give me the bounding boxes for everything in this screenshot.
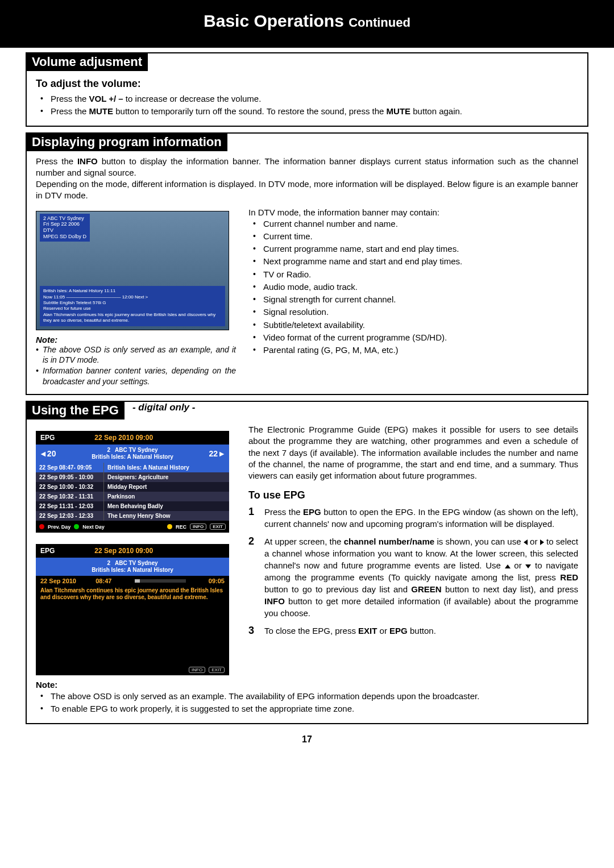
chevron-right-icon[interactable]: ► [218,449,226,458]
exit-button[interactable]: EXIT [210,524,226,530]
volume-subtitle: To adjust the volume: [36,78,578,90]
info-item: Video format of the current programme (S… [253,332,578,343]
epg2-date: 22 Sep 2010 09:00 [94,547,153,555]
volume-item-2: Press the MUTE button to temporarily tur… [40,106,578,117]
section-epg: Using the EPG - digital only - EPG 22 Se… [26,401,588,724]
header-sub: Continued [349,15,410,30]
chevron-left-icon[interactable]: ◄ [39,449,47,458]
info-list-intro: In DTV mode, the information banner may … [248,207,578,217]
info-item: Subtitle/teletext availability. [253,319,578,331]
epg-title: Using the EPG [26,401,125,420]
tv-info-banner-screenshot: 2 ABC TV Sydney Fri Sep 22 2006 DTV MPEG… [36,211,229,330]
info-button[interactable]: INFO [189,667,205,673]
info-item: Current channel number and name. [253,218,578,230]
epg-row[interactable]: 22 Sep 08:47- 09:05British Isles: A Natu… [36,463,229,472]
page-number: 17 [0,734,614,745]
info-item: Audio mode, audio track. [253,281,578,293]
left-arrow-icon [524,539,528,545]
info-item: TV or Radio. [253,269,578,280]
epg2-channel-bar: 2 ABC TV Sydney British Isles: A Natural… [36,558,229,576]
epg-row[interactable]: 22 Sep 10:32 - 11:31Parkinson [36,492,229,501]
epg-footer: Prev. Day Next Day REC INFO EXIT [36,521,229,533]
epg2-description: Alan Titchmarsh continues his epic journ… [36,586,229,602]
page-header: Basic Operations Continued [0,0,614,48]
epg-date: 22 Sep 2010 09:00 [94,434,153,442]
epg-digital-label: - digital only - [132,402,196,413]
info-p1: Press the INFO button to display the inf… [36,156,578,179]
epg-channel-bar: ◄ 20 2 ABC TV Sydney British Isles: A Na… [36,445,229,463]
epg-note-item: To enable EPG to work properly, it is su… [40,703,578,715]
info-item: Current time. [253,231,578,242]
section-program-info: Displaying program information Press the… [26,132,588,396]
info-item: Parental rating (G, PG, M, MA, etc.) [253,344,578,356]
info-list: Current channel number and name. Current… [248,218,578,356]
progress-bar-icon [135,579,186,583]
epg-row[interactable]: 22 Sep 09:05 - 10:00Designers: Agricultu… [36,472,229,482]
epg-notes: The above OSD is only served as an examp… [36,691,578,715]
epg2-progress: 22 Sep 2010 08:47 09:05 [36,576,229,586]
epg-osd-list: EPG 22 Sep 2010 09:00 ◄ 20 2 ABC TV Sydn… [36,431,229,533]
info-note-body: The above OSD is only served as an examp… [36,344,236,388]
epg2-label: EPG [40,547,55,555]
info-title: Displaying program information [26,133,227,151]
epg-step-3: 3 To close the EPG, press EXIT or EPG bu… [248,625,578,637]
epg-row[interactable]: 22 Sep 10:00 - 10:32Midday Report [36,482,229,492]
section-volume: Volume adjusment To adjust the volume: P… [26,52,588,127]
header-main: Basic Operations [204,11,349,30]
epg-programme-list: 22 Sep 08:47- 09:05British Isles: A Natu… [36,463,229,521]
exit-button[interactable]: EXIT [209,667,225,673]
epg-row[interactable]: 22 Sep 11:31 - 12:03Men Behaving Badly [36,501,229,511]
info-button[interactable]: INFO [190,524,206,530]
epg-osd-detail: EPG 22 Sep 2010 09:00 2 ABC TV Sydney Br… [36,544,229,675]
info-item: Signal resolution. [253,306,578,318]
epg-intro: The Electronic Programme Guide (EPG) mak… [248,424,578,481]
epg-note-item: The above OSD is only served as an examp… [40,691,578,702]
epg-step-2: 2 At upper screen, the channel number/na… [248,535,578,619]
tv-bottom-banner: British Isles: A Natural History 11:11 N… [40,286,225,326]
down-arrow-icon [525,564,531,568]
yellow-dot-icon [167,524,172,529]
epg-ch-left: 20 [47,449,56,458]
info-item: Signal strength for current channel. [253,294,578,305]
epg-row[interactable]: 22 Sep 12:03 - 12:33The Lenny Henry Show [36,511,229,521]
info-p2: Depending on the mode, different informa… [36,178,578,202]
info-note-label: Note: [36,335,236,344]
epg-label: EPG [40,434,55,442]
info-item: Next programme name and start and end pl… [253,256,578,267]
epg-ch-right: 22 [209,449,218,458]
up-arrow-icon [505,564,511,568]
volume-item-1: Press the VOL +/ – to increase or decrea… [40,93,578,105]
tv-top-banner: 2 ABC TV Sydney Fri Sep 22 2006 DTV MPEG… [40,214,90,242]
volume-list: Press the VOL +/ – to increase or decrea… [36,93,578,118]
volume-title: Volume adjusment [26,53,148,71]
epg-to-use: To use EPG [248,489,578,501]
green-dot-icon [74,524,79,529]
epg-step-1: 1 Press the EPG button to open the EPG. … [248,506,578,530]
right-arrow-icon [540,539,544,545]
info-item: Current programme name, start and end pl… [253,243,578,255]
epg-note-label: Note: [36,680,578,690]
red-dot-icon [39,524,44,529]
